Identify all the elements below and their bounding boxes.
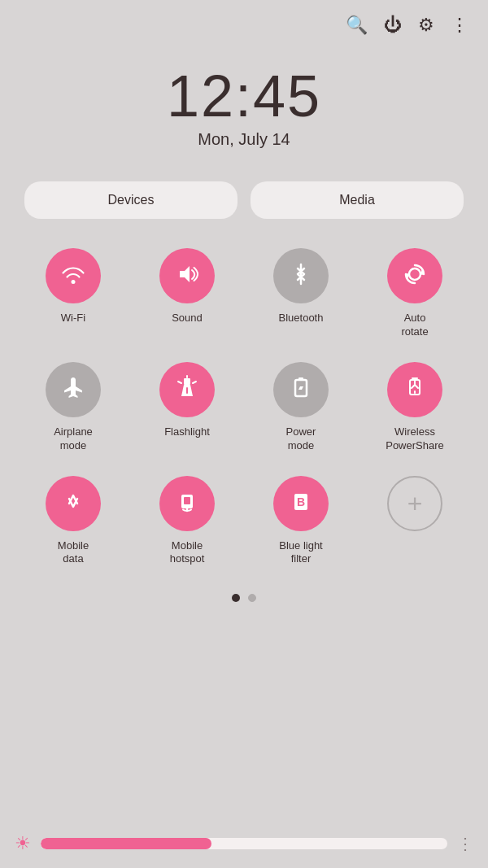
dot-1	[232, 594, 240, 602]
svg-marker-0	[180, 266, 190, 282]
hotspot-label: Mobile hotspot	[170, 539, 205, 567]
powermode-circle	[273, 362, 329, 417]
dot-2	[248, 594, 256, 602]
sound-tile[interactable]: Sound	[130, 242, 244, 349]
bluetooth-circle	[273, 248, 329, 303]
brightness-bar-container[interactable]: ☀ ⋮	[0, 819, 488, 868]
flashlight-label: Flashlight	[164, 425, 210, 439]
svg-rect-3	[184, 378, 190, 385]
wifi-tile[interactable]: Wi-Fi	[16, 242, 130, 349]
airplane-tile[interactable]: Airplane mode	[16, 355, 130, 463]
mobiledata-tile[interactable]: Mobile data	[16, 469, 130, 577]
bluetooth-tile[interactable]: Bluetooth	[244, 242, 358, 349]
power-icon[interactable]: ⏻	[384, 15, 402, 36]
wireless-label: Wireless PowerShare	[386, 425, 444, 453]
wifi-icon	[59, 260, 87, 292]
airplane-label: Airplane mode	[54, 425, 93, 453]
wireless-circle	[387, 362, 442, 417]
mobiledata-label: Mobile data	[58, 539, 89, 567]
svg-line-6	[178, 382, 181, 383]
sound-label: Sound	[172, 312, 203, 325]
clock-section: 12:45 Mon, July 14	[0, 67, 488, 149]
tiles-grid: Wi-Fi Sound Bluetooth	[0, 242, 488, 576]
autorotate-label: Auto rotate	[401, 312, 428, 339]
bluelight-tile[interactable]: B Blue light filter	[244, 469, 358, 577]
bluelight-icon: B	[287, 487, 315, 519]
add-icon: +	[407, 491, 423, 517]
hotspot-tile[interactable]: Mobile hotspot	[130, 469, 244, 577]
bluetooth-icon	[287, 260, 315, 292]
powermode-tile[interactable]: Power mode	[244, 355, 358, 463]
sound-icon	[173, 260, 201, 292]
autorotate-icon	[401, 260, 429, 292]
svg-point-2	[409, 268, 420, 280]
devices-tab[interactable]: Devices	[24, 181, 237, 219]
flashlight-icon	[173, 373, 201, 405]
settings-icon[interactable]: ⚙	[418, 15, 434, 36]
flashlight-circle	[159, 362, 215, 417]
mobiledata-circle	[46, 476, 101, 531]
bluelight-circle: B	[273, 476, 329, 531]
svg-text:B: B	[297, 495, 305, 508]
bluetooth-label: Bluetooth	[279, 312, 324, 325]
mobiledata-icon	[59, 487, 87, 519]
flashlight-tile[interactable]: Flashlight	[130, 355, 244, 463]
clock-date: Mon, July 14	[0, 130, 488, 149]
clock-time: 12:45	[0, 67, 488, 125]
brightness-track[interactable]	[41, 838, 447, 849]
sound-circle	[159, 248, 215, 303]
brightness-fill	[41, 838, 211, 849]
bluelight-label: Blue light filter	[279, 539, 322, 567]
top-bar: 🔍 ⏻ ⚙ ⋮	[0, 0, 488, 42]
brightness-sun-icon: ☀	[15, 833, 31, 854]
add-circle: +	[387, 476, 442, 531]
tab-row: Devices Media	[24, 181, 464, 219]
wifi-circle	[46, 248, 101, 303]
airplane-icon	[59, 373, 87, 405]
search-icon[interactable]: 🔍	[346, 15, 368, 36]
svg-rect-16	[184, 497, 190, 504]
wifi-label: Wi-Fi	[61, 312, 85, 325]
wireless-tile[interactable]: Wireless PowerShare	[358, 355, 472, 463]
brightness-more-icon[interactable]: ⋮	[457, 834, 473, 853]
hotspot-icon	[173, 487, 201, 519]
autorotate-tile[interactable]: Auto rotate	[358, 242, 472, 349]
add-tile[interactable]: +	[358, 469, 472, 577]
autorotate-circle	[387, 248, 442, 303]
hotspot-circle	[159, 476, 215, 531]
powermode-label: Power mode	[286, 425, 316, 453]
airplane-circle	[46, 362, 101, 417]
more-icon[interactable]: ⋮	[451, 15, 468, 36]
svg-line-7	[193, 382, 196, 383]
page-dots	[0, 594, 488, 602]
powermode-icon	[287, 373, 315, 405]
svg-rect-10	[298, 377, 303, 380]
wireless-icon	[401, 373, 429, 405]
media-tab[interactable]: Media	[251, 181, 464, 219]
